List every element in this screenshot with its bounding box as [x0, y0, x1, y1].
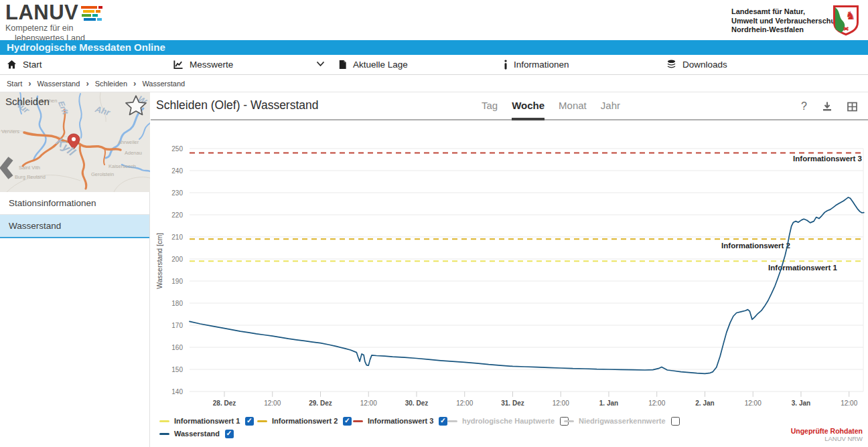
legend-swatch — [257, 420, 267, 422]
map-town-label: Gerolstein — [91, 171, 114, 177]
nav-label-messwerte: Messwerte — [190, 60, 233, 70]
nav-label-aktuelle-lage: Aktuelle Lage — [353, 60, 408, 70]
chevron-down-icon[interactable] — [316, 61, 325, 67]
chart-panel: Schleiden (Olef) - Wasserstand Tag Woche… — [151, 92, 868, 447]
data-quality-note: Ungeprüfte Rohdaten LANUV NRW — [791, 427, 863, 443]
nav-item-aktuelle-lage[interactable]: Aktuelle Lage — [338, 55, 408, 74]
legend-swatch — [564, 420, 574, 422]
tab-monat[interactable]: Monat — [559, 92, 587, 120]
y-tick-label: 200 — [171, 256, 183, 263]
y-tick-label: 250 — [171, 145, 183, 153]
agency-line1: Landesamt für Natur, — [731, 7, 841, 17]
legend-label: Wasserstand — [174, 430, 220, 438]
legend-checkbox[interactable] — [225, 430, 234, 438]
map-town-label: Saint Vith — [19, 165, 40, 171]
x-tick-label: 28. Dez — [213, 399, 236, 407]
legend-checkbox[interactable] — [343, 417, 352, 426]
breadcrumb-separator-icon: › — [28, 79, 31, 88]
station-name-label: Schleiden — [5, 96, 50, 107]
x-tick-label: 1. Jan — [599, 399, 618, 407]
legend-item: hydrologische Hauptwerte — [447, 415, 569, 427]
table-icon[interactable] — [847, 102, 857, 112]
svg-text:♞: ♞ — [845, 9, 855, 22]
y-tick-label: 180 — [171, 300, 183, 307]
y-tick-label: 140 — [171, 388, 183, 395]
legend-checkbox[interactable] — [439, 417, 447, 426]
y-tick-label: 240 — [171, 167, 183, 175]
legend-checkbox[interactable] — [671, 417, 680, 426]
legend-label: Informationswert 2 — [272, 417, 338, 425]
x-tick-label: 12:00 — [360, 399, 377, 407]
legend-swatch — [447, 420, 457, 422]
collapse-sidebar-chevron-left-icon[interactable] — [0, 157, 13, 179]
sidebar: Schleiden AachenVerviersAhrweilerAdenauK… — [0, 92, 150, 447]
legend-swatch — [159, 420, 169, 422]
y-tick-label: 170 — [171, 322, 183, 329]
legend-item: Informationswert 3 — [353, 415, 447, 427]
map-town-label: Adenau — [125, 150, 142, 156]
tab-tag[interactable]: Tag — [482, 92, 498, 120]
legend-item: Informationswert 2 — [257, 415, 352, 427]
lanuv-logo-text: LANUV — [5, 3, 78, 23]
x-tick-label: 3. Jan — [792, 399, 810, 407]
breadcrumb-item-wasserstand2[interactable]: Wasserstand — [142, 80, 185, 88]
favorite-star-icon[interactable] — [124, 94, 148, 118]
agency-line3: Nordrhein-Westfalen — [731, 25, 841, 35]
breadcrumb-item-schleiden[interactable]: Schleiden — [95, 80, 127, 88]
nav-label-start: Start — [23, 60, 42, 70]
x-tick-label: 12:00 — [553, 399, 569, 407]
header: LANUV Kompetenz für ein lebenswertes Lan… — [0, 0, 868, 40]
download-icon[interactable] — [822, 101, 833, 112]
main-nav: Start Messwerte Aktuelle Lage Informatio… — [0, 55, 868, 75]
tab-jahr[interactable]: Jahr — [601, 92, 620, 120]
nav-item-downloads[interactable]: Downloads — [666, 55, 727, 74]
y-tick-label: 160 — [171, 344, 183, 351]
x-tick-label: 12:00 — [264, 399, 281, 407]
breadcrumb-item-start[interactable]: Start — [7, 80, 22, 88]
y-tick-label: 190 — [171, 278, 183, 285]
legend-checkbox[interactable] — [245, 417, 254, 426]
breadcrumb-separator-icon: › — [133, 79, 136, 88]
tab-woche[interactable]: Woche — [512, 92, 545, 120]
chart-icon — [173, 60, 184, 70]
legend-label: Niedrigwasserkennwerte — [579, 417, 666, 425]
water-level-chart: 14015016017018019020021022023024025028. … — [151, 120, 868, 415]
app-title-bar: Hydrologische Messdaten Online — [0, 40, 868, 55]
note-line2: LANUV NRW — [791, 435, 863, 443]
x-tick-label: 12:00 — [648, 399, 665, 407]
legend-item: Niedrigwasserkennwerte — [564, 415, 680, 427]
nav-item-informationen[interactable]: Informationen — [504, 55, 569, 74]
sidebar-item-stationsinformationen[interactable]: Stationsinformationen — [0, 192, 149, 215]
breadcrumb: Start › Wasserstand › Schleiden › Wasser… — [0, 75, 868, 92]
x-tick-label: 12:00 — [745, 399, 762, 407]
legend-swatch — [353, 420, 363, 422]
station-mini-map[interactable]: Schleiden AachenVerviersAhrweilerAdenauK… — [0, 92, 150, 192]
y-tick-label: 220 — [171, 211, 183, 219]
help-icon[interactable]: ? — [801, 100, 807, 112]
breadcrumb-separator-icon: › — [86, 79, 88, 88]
x-tick-label: 12:00 — [841, 399, 857, 407]
x-tick-label: 31. Dez — [501, 399, 524, 407]
y-tick-label: 150 — [171, 366, 183, 373]
y-axis-title: Wasserstand [cm] — [155, 233, 163, 289]
nav-item-messwerte[interactable]: Messwerte — [173, 55, 233, 74]
legend-label: Informationswert 3 — [368, 417, 433, 425]
chart-title-row: Schleiden (Olef) - Wasserstand Tag Woche… — [151, 92, 868, 120]
legend-label: Informationswert 1 — [174, 417, 240, 425]
x-tick-label: 12:00 — [456, 399, 473, 407]
y-tick-label: 230 — [171, 189, 183, 197]
note-line1: Ungeprüfte Rohdaten — [791, 427, 863, 435]
nav-label-downloads: Downloads — [682, 60, 727, 70]
x-tick-label: 30. Dez — [405, 399, 428, 407]
nav-label-informationen: Informationen — [514, 60, 569, 70]
agency-line2: Umwelt und Verbraucherschutz — [731, 17, 841, 26]
database-icon — [666, 60, 676, 70]
breadcrumb-item-wasserstand[interactable]: Wasserstand — [38, 80, 80, 88]
nav-item-start[interactable]: Start — [7, 55, 42, 74]
legend-item: Informationswert 1 — [159, 415, 254, 427]
threshold-label: Informationswert 1 — [768, 264, 837, 272]
sidebar-item-wasserstand[interactable]: Wasserstand — [0, 215, 149, 238]
map-town-label: Burg Reuland — [15, 174, 46, 180]
lanuv-logo[interactable]: LANUV Kompetenz für ein lebenswertes Lan… — [5, 3, 102, 43]
chart-legend: Informationswert 1Informationswert 2Info… — [151, 415, 868, 442]
